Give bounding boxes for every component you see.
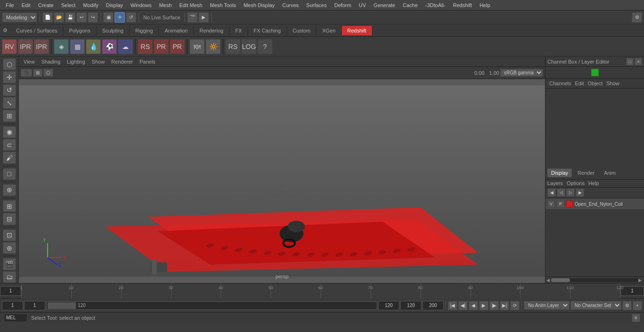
menu-cache[interactable]: Cache: [399, 1, 421, 9]
range-thumb[interactable]: [48, 302, 76, 309]
settings-button[interactable]: ⚙: [632, 12, 642, 23]
shelf-dish[interactable]: 🍽: [190, 39, 205, 54]
shelf-help[interactable]: ?: [257, 39, 272, 54]
go-end-button[interactable]: ▶|: [500, 301, 509, 310]
tab-curves-surfaces[interactable]: Curves / Surfaces: [10, 26, 63, 35]
mode-dropdown[interactable]: Modeling: [2, 12, 37, 23]
menu-3dtoall[interactable]: -3DtoAll-: [421, 1, 449, 9]
rotate-button[interactable]: ↺: [3, 84, 16, 96]
menu-select[interactable]: Select: [58, 1, 80, 9]
menu-create[interactable]: Create: [34, 1, 58, 9]
frame-current-input[interactable]: [24, 301, 45, 310]
shelf-rs1[interactable]: RS: [138, 39, 153, 54]
status-expand-button[interactable]: ≡: [632, 314, 640, 322]
tab-fx[interactable]: FX: [230, 26, 248, 35]
menu-windows[interactable]: Windows: [127, 1, 156, 9]
layer-next-button[interactable]: ▷: [566, 188, 575, 197]
tab-xgen[interactable]: XGen: [316, 26, 341, 35]
move-button[interactable]: ✛: [3, 71, 16, 83]
timeline-frame-input[interactable]: [620, 286, 644, 296]
shelf-diamond[interactable]: ◈: [54, 39, 69, 54]
frame-end-input[interactable]: [378, 301, 399, 310]
paint-button[interactable]: 🖌: [3, 152, 16, 163]
redo-button[interactable]: ↪: [88, 12, 98, 23]
menu-edit-mesh[interactable]: Edit Mesh: [175, 1, 206, 9]
soft-select-button[interactable]: ◉: [3, 126, 16, 138]
range-bar[interactable]: 120: [46, 301, 377, 310]
layer-tab-display[interactable]: Display: [547, 169, 572, 177]
color-indicator[interactable]: [591, 69, 599, 76]
vp-wireframe-button[interactable]: ⬡: [43, 69, 53, 77]
ipr-button[interactable]: ▶: [198, 12, 209, 23]
vp-menu-renderer[interactable]: Renderer: [108, 58, 136, 65]
vp-camera-button[interactable]: 🎥: [21, 69, 32, 77]
menu-redshift[interactable]: Redshift: [449, 1, 476, 9]
timeline-ruler[interactable]: 1102030405060708090100110120: [21, 283, 620, 299]
tab-polygons[interactable]: Polygons: [63, 26, 96, 35]
tab-animation[interactable]: Animation: [159, 26, 194, 35]
layer-visibility-button[interactable]: V: [547, 200, 555, 208]
shelf-rs2[interactable]: PR: [154, 39, 169, 54]
scroll-track[interactable]: [551, 278, 638, 282]
menu-mesh-display[interactable]: Mesh Display: [240, 1, 279, 9]
menu-generate[interactable]: Generate: [370, 1, 399, 9]
tab-settings-gear[interactable]: ⚙: [0, 25, 10, 36]
menu-help[interactable]: Help: [476, 1, 494, 9]
play-back-button[interactable]: ◀: [469, 301, 478, 310]
loop-button[interactable]: ⟳: [510, 301, 520, 310]
rotate-tool-button[interactable]: ↺: [126, 12, 136, 23]
scene-graph-button[interactable]: 🗂: [3, 271, 16, 283]
layer-next2-button[interactable]: ▶: [576, 188, 584, 197]
render-view-button[interactable]: 🎬: [3, 258, 16, 270]
layer-tab-anim[interactable]: Anim: [600, 169, 619, 177]
cb-tab-channels[interactable]: Channels: [549, 81, 571, 86]
tab-rigging[interactable]: Rigging: [130, 26, 159, 35]
layer-color-swatch[interactable]: [566, 201, 573, 207]
add-remove2-button[interactable]: ⊟: [3, 213, 16, 225]
char-set-add-button[interactable]: +: [633, 301, 642, 310]
uv-button[interactable]: ⊛: [3, 242, 16, 254]
menu-surfaces[interactable]: Surfaces: [303, 1, 330, 9]
menu-uv[interactable]: UV: [355, 1, 370, 9]
snap-button[interactable]: ⊕: [3, 184, 16, 196]
menu-display[interactable]: Display: [102, 1, 127, 9]
move-tool-button[interactable]: ✛: [115, 12, 125, 23]
shelf-log[interactable]: LOG: [241, 39, 256, 54]
lasso-button[interactable]: ⊂: [3, 139, 16, 151]
vp-menu-panels[interactable]: Panels: [137, 58, 158, 65]
layer-prev-button[interactable]: ◀: [547, 188, 556, 197]
save-scene-button[interactable]: 💾: [65, 12, 75, 23]
go-start-button[interactable]: |◀: [448, 301, 457, 310]
render-button[interactable]: 🎬: [187, 12, 198, 23]
tab-redshift[interactable]: Redshift: [342, 26, 372, 35]
timeline-current-frame[interactable]: [0, 286, 21, 296]
vp-menu-shading[interactable]: Shading: [39, 58, 63, 65]
play-stop-button[interactable]: ▶: [479, 301, 488, 310]
tab-fx-caching[interactable]: FX Caching: [248, 26, 287, 35]
menu-deform[interactable]: Deform: [330, 1, 355, 9]
layer-playback-button[interactable]: P: [557, 200, 564, 208]
shelf-ipr2[interactable]: IPR: [34, 39, 49, 54]
cb-tab-object[interactable]: Object: [587, 81, 603, 86]
menu-mesh-tools[interactable]: Mesh Tools: [206, 1, 239, 9]
cb-tab-edit[interactable]: Edit: [575, 81, 584, 86]
scroll-left-button[interactable]: ◀: [546, 278, 551, 283]
options-menu[interactable]: Options: [567, 180, 585, 186]
menu-edit[interactable]: Edit: [18, 1, 34, 9]
layers-menu[interactable]: Layers: [547, 180, 563, 186]
gamma-dropdown[interactable]: sRGB gamma: [500, 69, 543, 77]
add-remove-button[interactable]: ⊞: [3, 200, 16, 212]
step-fwd-button[interactable]: |▶: [489, 301, 499, 310]
shelf-rv[interactable]: RV: [2, 39, 17, 54]
shelf-drop[interactable]: 💧: [86, 39, 101, 54]
menu-modify[interactable]: Modify: [79, 1, 102, 9]
tab-sculpting[interactable]: Sculpting: [97, 26, 130, 35]
shelf-cloud[interactable]: ☁: [118, 39, 133, 54]
shelf-grid[interactable]: ▦: [70, 39, 85, 54]
frame-start-input[interactable]: [2, 301, 23, 310]
viewport[interactable]: X Y Z persp: [19, 79, 545, 283]
tab-custom[interactable]: Custom: [287, 26, 317, 35]
menu-curves[interactable]: Curves: [279, 1, 303, 9]
scale-button[interactable]: ⤡: [3, 97, 16, 109]
shelf-rs-mat[interactable]: RS: [225, 39, 240, 54]
